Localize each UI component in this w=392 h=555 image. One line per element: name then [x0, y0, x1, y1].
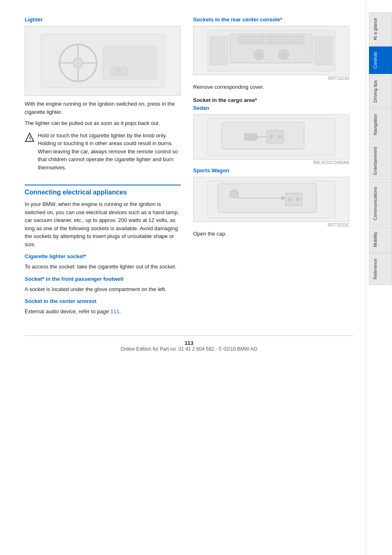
connecting-header: Connecting electrical appliances	[25, 185, 181, 196]
svg-point-23	[256, 52, 261, 57]
svg-point-40	[288, 197, 292, 201]
connecting-body: In your BMW, when the engine is running …	[25, 200, 181, 248]
footer-text: Online Edition for Part no. 01 41 2 604 …	[25, 346, 353, 352]
sports-wagon-image	[193, 177, 349, 222]
cigarette-socket-body: To access the socket: take the cigarette…	[25, 263, 181, 271]
cigarette-socket-section: Cigarette lighter socket* To access the …	[25, 253, 181, 271]
svg-rect-42	[230, 191, 238, 198]
sedan-image	[193, 114, 349, 160]
page-footer: 113 Online Edition for Part no. 01 41 2 …	[25, 335, 353, 352]
tab-navigation[interactable]: Navigation	[369, 109, 392, 141]
lighter-title: Lighter	[25, 16, 181, 23]
connecting-section: Connecting electrical appliances In your…	[25, 185, 181, 316]
svg-point-41	[296, 197, 300, 201]
svg-point-25	[281, 52, 286, 57]
sidebar-tabs: At a glance Controls Driving tips Naviga…	[366, 0, 392, 555]
sedan-label: Sedan	[193, 105, 349, 111]
cargo-title: Socket in the cargo area*	[193, 97, 349, 103]
page-link-111[interactable]: 111	[111, 308, 120, 314]
rear-console-image	[193, 26, 349, 75]
lighter-image	[25, 26, 181, 96]
left-column: Lighter	[25, 16, 181, 319]
rear-console-img-id: 009T1523D	[193, 76, 349, 81]
rear-console-instruction: Remove corresponding cover.	[193, 83, 349, 91]
svg-rect-29	[222, 123, 304, 149]
rear-console-section: Sockets in the rear center console*	[193, 16, 349, 91]
tab-driving-tips[interactable]: Driving tips	[369, 75, 392, 108]
rear-console-title: Sockets in the rear center console*	[193, 16, 349, 23]
svg-rect-33	[244, 134, 257, 140]
page-number: 113	[25, 340, 353, 346]
front-footwell-body: A socket is located under the glove comp…	[25, 285, 181, 294]
sedan-img-id: BBLSC01C3400AN	[193, 160, 349, 165]
cargo-section: Socket in the cargo area* Sedan	[193, 97, 349, 238]
center-armrest-title: Socket in the center armrest	[25, 298, 181, 304]
svg-point-9	[117, 69, 122, 74]
page-wrapper: Lighter	[0, 0, 392, 555]
svg-rect-27	[314, 36, 333, 65]
tab-controls[interactable]: Controls	[369, 46, 392, 74]
tab-mobility[interactable]: Mobility	[369, 227, 392, 252]
svg-point-31	[269, 135, 273, 139]
right-column: Sockets in the rear center console*	[193, 16, 349, 319]
tab-entertainment[interactable]: Entertainment	[369, 141, 392, 180]
svg-rect-26	[210, 36, 228, 65]
lighter-para2: The lighter can be pulled out as soon as…	[25, 119, 181, 127]
sports-wagon-label: Sports Wagon	[193, 167, 349, 173]
sports-wagon-instruction: Open the cap.	[193, 230, 349, 238]
main-content: Lighter	[0, 0, 366, 555]
svg-point-32	[277, 135, 281, 139]
cigarette-socket-title: Cigarette lighter socket*	[25, 253, 181, 259]
warning-icon: !	[25, 132, 35, 142]
lighter-section: Lighter	[25, 16, 181, 175]
svg-rect-7	[103, 46, 156, 79]
center-armrest-body: External audio device, refer to page 111…	[25, 308, 181, 316]
lighter-para1: With the engine running or the ignition …	[25, 100, 181, 116]
tab-communications[interactable]: Communications	[369, 181, 392, 226]
two-col-layout: Lighter	[25, 16, 353, 319]
tab-at-a-glance[interactable]: At a glance	[369, 12, 392, 46]
warning-text: Hold or touch the hot cigarette lighter …	[38, 132, 181, 172]
front-footwell-title: Socket* in the front passenger footwell	[25, 276, 181, 282]
sports-wagon-img-id: 007T1523C	[193, 223, 349, 227]
center-armrest-section: Socket in the center armrest External au…	[25, 298, 181, 316]
connecting-title: Connecting electrical appliances	[25, 189, 181, 196]
svg-text:!: !	[29, 135, 31, 141]
tab-reference[interactable]: Reference	[369, 253, 392, 285]
svg-point-2	[73, 58, 83, 68]
warning-box: ! Hold or touch the hot cigarette lighte…	[25, 132, 181, 175]
front-footwell-section: Socket* in the front passenger footwell …	[25, 276, 181, 294]
